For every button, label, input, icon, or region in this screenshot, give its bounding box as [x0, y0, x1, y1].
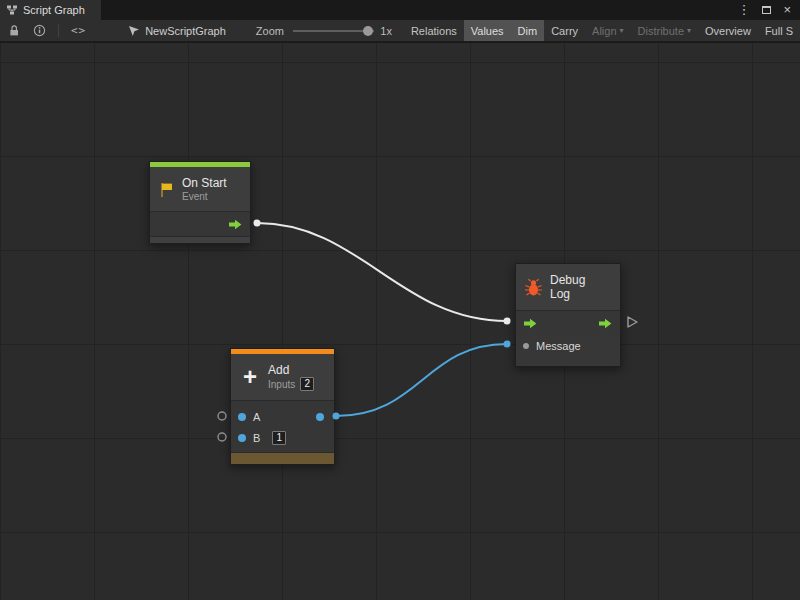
- zoom-slider[interactable]: [293, 30, 374, 32]
- flow-continue-indicator[interactable]: [628, 317, 637, 327]
- zoom-slider-handle[interactable]: [363, 26, 373, 36]
- zoom-label: Zoom: [256, 25, 284, 37]
- node-title: On Start: [182, 176, 227, 190]
- align-button[interactable]: Align ▾: [585, 20, 630, 41]
- maximize-box: [762, 6, 771, 14]
- graph-canvas[interactable]: On Start Event Debu: [0, 43, 800, 600]
- menu-icon[interactable]: ⋮: [737, 0, 750, 20]
- plus-icon: +: [239, 365, 261, 389]
- port-b-unconnected-indicator[interactable]: [218, 433, 226, 441]
- lock-icon[interactable]: [8, 24, 20, 37]
- graph-asset-icon: [128, 25, 140, 37]
- wire-layer: [0, 43, 800, 600]
- message-port-label: Message: [536, 340, 581, 352]
- flag-icon: [158, 181, 175, 198]
- graph-toolbar: <> NewScriptGraph Zoom 1x Relations Valu…: [0, 20, 800, 42]
- port-b-label: B: [253, 432, 260, 444]
- node-debug-log[interactable]: Debug Log Message: [515, 263, 621, 367]
- data-wire-add-to-message[interactable]: [336, 344, 507, 416]
- graph-name[interactable]: NewScriptGraph: [145, 25, 226, 37]
- overview-button[interactable]: Overview: [698, 20, 758, 41]
- node-footer: [150, 237, 250, 243]
- flow-output-port[interactable]: [229, 219, 242, 230]
- tab-title: Script Graph: [23, 4, 85, 16]
- relations-button[interactable]: Relations: [404, 20, 464, 41]
- values-button[interactable]: Values: [464, 20, 511, 41]
- script-graph-tab-icon: [6, 4, 18, 16]
- inputs-count-field[interactable]: 2: [300, 377, 314, 391]
- flow-wire-onstart-to-debuglog[interactable]: [257, 223, 507, 321]
- code-icon[interactable]: <>: [71, 24, 86, 37]
- carry-button[interactable]: Carry: [544, 20, 585, 41]
- chevron-down-icon: ▾: [687, 26, 691, 35]
- wire-endpoint[interactable]: [254, 220, 261, 227]
- wire-endpoint[interactable]: [504, 318, 511, 325]
- node-footer: [516, 356, 620, 366]
- node-selected-footer: [231, 452, 334, 464]
- close-icon[interactable]: ×: [783, 0, 791, 20]
- port-a-input[interactable]: [238, 413, 246, 421]
- port-b-input[interactable]: [238, 434, 246, 442]
- add-result-output-port[interactable]: [316, 413, 324, 421]
- node-on-start[interactable]: On Start Event: [149, 161, 251, 244]
- node-subtitle: Log: [550, 287, 585, 301]
- port-a-label: A: [253, 411, 260, 423]
- inputs-label: Inputs: [268, 378, 295, 391]
- port-a-unconnected-indicator[interactable]: [218, 412, 226, 420]
- node-title: Debug: [550, 273, 585, 287]
- flow-input-port[interactable]: [524, 318, 537, 329]
- info-icon[interactable]: [33, 24, 46, 37]
- zoom-value: 1x: [380, 25, 392, 37]
- bug-icon: [524, 278, 543, 297]
- node-title: Add: [268, 363, 314, 377]
- distribute-button[interactable]: Distribute ▾: [631, 20, 698, 41]
- fullscreen-button[interactable]: Full S: [758, 20, 800, 41]
- toolbar-divider: [58, 24, 59, 37]
- dim-button[interactable]: Dim: [511, 20, 545, 41]
- titlebar: Script Graph ⋮ ×: [0, 0, 800, 20]
- node-subtitle: Event: [182, 190, 227, 203]
- wire-endpoint[interactable]: [504, 341, 511, 348]
- chevron-down-icon: ▾: [620, 26, 624, 35]
- toolbar-buttons: Relations Values Dim Carry Align ▾ Distr…: [404, 20, 800, 41]
- flow-output-port[interactable]: [599, 318, 612, 329]
- window-controls: ⋮ ×: [737, 0, 800, 20]
- message-input-port[interactable]: [523, 343, 529, 349]
- port-b-value-field[interactable]: 1: [272, 431, 286, 445]
- maximize-icon[interactable]: [762, 0, 771, 20]
- tab-script-graph[interactable]: Script Graph: [0, 0, 101, 20]
- node-add[interactable]: + Add Inputs 2 A B 1: [230, 348, 335, 465]
